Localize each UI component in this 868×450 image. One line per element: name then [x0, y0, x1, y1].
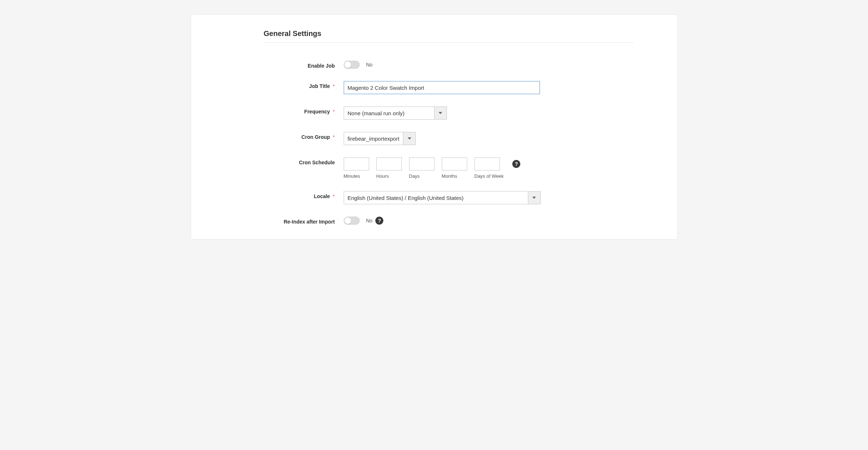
help-icon[interactable]: ?: [375, 217, 383, 225]
field-job-title: Job Title *: [235, 81, 634, 94]
cron-dow-input[interactable]: [475, 157, 500, 170]
reindex-toggle[interactable]: [344, 217, 360, 225]
field-frequency: Frequency * None (manual run only): [235, 107, 634, 120]
required-asterisk: *: [333, 193, 335, 199]
field-enable-job: Enable Job No: [235, 61, 634, 69]
required-asterisk: *: [333, 83, 335, 89]
cron-group-value: firebear_importexport: [344, 132, 403, 145]
cron-group-select[interactable]: firebear_importexport: [344, 132, 416, 145]
cron-days-label: Days: [409, 173, 420, 179]
cron-months-input[interactable]: [442, 157, 467, 170]
chevron-down-icon: [403, 132, 415, 145]
cron-days: Days: [409, 157, 435, 179]
field-locale: Locale * English (United States) / Engli…: [235, 191, 634, 204]
cron-schedule-group: Minutes Hours Days Months Days of Week: [344, 157, 521, 179]
cron-minutes-label: Minutes: [344, 173, 360, 179]
cron-months: Months: [442, 157, 467, 179]
cron-hours: Hours: [376, 157, 402, 179]
frequency-select[interactable]: None (manual run only): [344, 107, 447, 120]
cron-hours-label: Hours: [376, 173, 389, 179]
frequency-value: None (manual run only): [344, 107, 434, 119]
label-enable-job: Enable Job: [235, 61, 344, 69]
field-cron-schedule: Cron Schedule Minutes Hours Days Months: [235, 157, 634, 179]
label-reindex: Re-Index after Import: [235, 217, 344, 225]
general-settings-panel: General Settings Enable Job No Job Title…: [191, 15, 678, 240]
field-cron-group: Cron Group * firebear_importexport: [235, 132, 634, 145]
field-reindex: Re-Index after Import No ?: [235, 217, 634, 225]
cron-days-input[interactable]: [409, 157, 435, 170]
cron-minutes: Minutes: [344, 157, 369, 179]
label-cron-schedule: Cron Schedule: [235, 157, 344, 165]
cron-dow-label: Days of Week: [475, 173, 504, 179]
chevron-down-icon: [528, 192, 540, 204]
toggle-knob: [344, 61, 351, 68]
toggle-knob: [344, 217, 351, 224]
label-job-title: Job Title *: [235, 81, 344, 89]
required-asterisk: *: [333, 134, 335, 140]
required-asterisk: *: [333, 109, 335, 114]
cron-months-label: Months: [442, 173, 457, 179]
enable-job-value-text: No: [366, 62, 373, 68]
label-frequency: Frequency *: [235, 107, 344, 114]
locale-select[interactable]: English (United States) / English (Unite…: [344, 191, 541, 204]
help-icon[interactable]: ?: [512, 160, 520, 168]
cron-hours-input[interactable]: [376, 157, 402, 170]
label-cron-group: Cron Group *: [235, 132, 344, 140]
cron-minutes-input[interactable]: [344, 157, 369, 170]
locale-value: English (United States) / English (Unite…: [344, 192, 528, 204]
section-title: General Settings: [264, 29, 634, 43]
reindex-value-text: No: [366, 218, 373, 224]
cron-days-of-week: Days of Week: [475, 157, 504, 179]
label-locale: Locale *: [235, 191, 344, 199]
enable-job-toggle[interactable]: [344, 61, 360, 69]
job-title-input[interactable]: [344, 81, 540, 94]
chevron-down-icon: [434, 107, 447, 119]
